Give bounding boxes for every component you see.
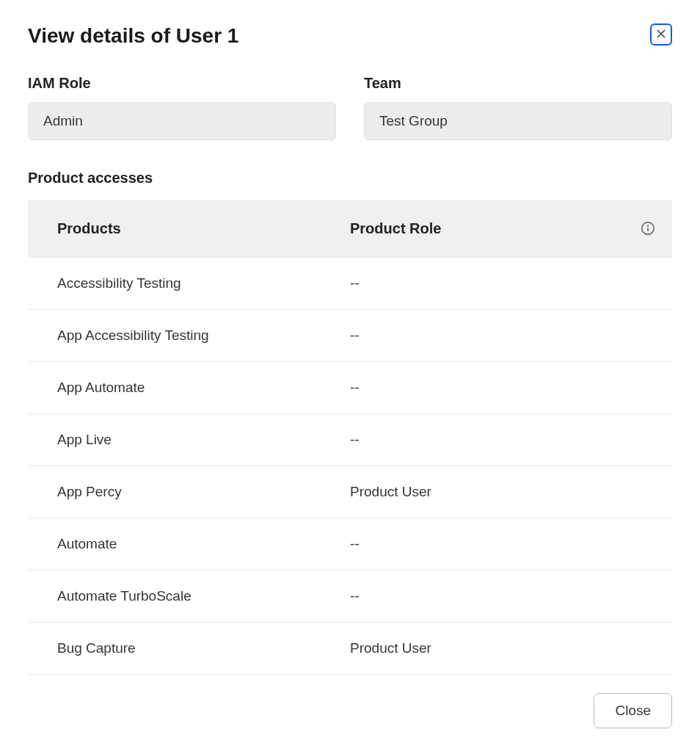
product-role-cell: Product User — [350, 484, 643, 500]
info-icon[interactable] — [640, 220, 656, 236]
team-label: Team — [364, 75, 672, 92]
user-details-modal: View details of User 1 IAM Role Admin Te… — [0, 0, 700, 746]
column-header-product-role-text: Product Role — [350, 220, 441, 237]
product-accesses-title: Product accesses — [28, 170, 672, 186]
product-name-cell: Bug Capture — [57, 640, 350, 656]
table-row: App PercyProduct User — [28, 466, 672, 518]
close-icon-button[interactable] — [650, 23, 672, 46]
product-role-cell: -- — [350, 432, 643, 448]
table-header: Products Product Role — [28, 200, 672, 258]
product-name-cell: Accessibility Testing — [57, 275, 350, 291]
product-name-cell: Automate TurboScale — [57, 588, 350, 604]
team-field: Team Test Group — [364, 75, 672, 140]
product-table: Products Product Role Accessibility Test… — [28, 200, 672, 676]
close-button[interactable]: Close — [594, 693, 672, 728]
iam-role-value: Admin — [28, 102, 336, 140]
modal-title: View details of User 1 — [28, 23, 238, 48]
iam-role-field: IAM Role Admin — [28, 75, 336, 140]
table-row: Automate-- — [28, 518, 672, 571]
table-row: Accessibility Testing-- — [28, 258, 672, 310]
team-value: Test Group — [364, 102, 672, 140]
column-header-products: Products — [57, 220, 350, 237]
table-row: Bug CaptureProduct User — [28, 623, 672, 675]
product-role-cell: -- — [350, 536, 643, 552]
table-row: App Live-- — [28, 414, 672, 466]
product-role-cell: -- — [350, 275, 643, 291]
modal-footer: Close — [28, 676, 672, 746]
table-row: App Automate-- — [28, 362, 672, 414]
product-name-cell: Automate — [57, 536, 350, 552]
field-row: IAM Role Admin Team Test Group — [28, 75, 672, 140]
product-name-cell: App Live — [57, 432, 350, 448]
iam-role-label: IAM Role — [28, 75, 336, 92]
product-name-cell: App Accessibility Testing — [57, 327, 350, 344]
modal-header: View details of User 1 — [28, 23, 672, 48]
product-role-cell: Product User — [350, 640, 643, 656]
table-body[interactable]: Accessibility Testing--App Accessibility… — [28, 258, 672, 676]
svg-point-4 — [648, 225, 649, 226]
product-name-cell: App Automate — [57, 380, 350, 396]
close-icon — [655, 28, 667, 42]
product-role-cell: -- — [350, 380, 643, 396]
table-row: App Accessibility Testing-- — [28, 310, 672, 362]
product-role-cell: -- — [350, 588, 643, 604]
table-row: Automate TurboScale-- — [28, 571, 672, 623]
product-name-cell: App Percy — [57, 484, 350, 500]
product-role-cell: -- — [350, 327, 643, 344]
column-header-product-role: Product Role — [350, 220, 643, 237]
